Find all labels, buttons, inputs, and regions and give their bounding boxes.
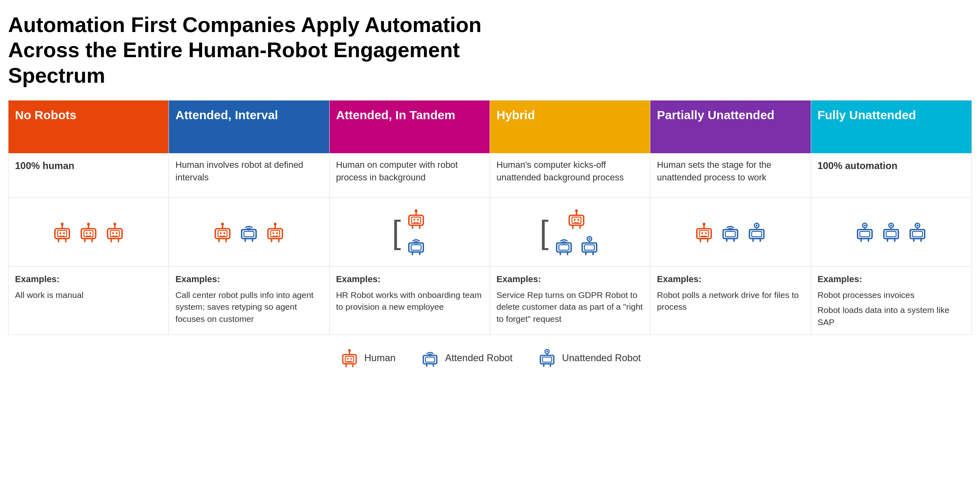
col-fully-unattended: Fully Unattended 100% automation Example…	[811, 101, 971, 334]
header-attended-interval: Attended, Interval	[169, 101, 329, 153]
legend: Human Attended Robot Unattended Robot	[8, 347, 972, 369]
icons-attended-tandem: [	[330, 198, 490, 267]
human-icon-3	[104, 221, 126, 244]
desc-attended-tandem: Human on computer with robot process in …	[330, 153, 490, 198]
desc-no-robots: 100% human	[9, 153, 168, 198]
human-icon-5	[264, 221, 286, 244]
attended-icon-1	[238, 221, 260, 244]
examples-text-attended-tandem: HR Robot works with onboarding team to p…	[336, 290, 482, 311]
unattended-icon-3	[854, 221, 876, 244]
examples-text-fully-unattended: Robot processes invoices Robot loads dat…	[818, 289, 965, 328]
col-no-robots: No Robots 100% human Examples: All work …	[9, 101, 169, 334]
col-hybrid: Hybrid Human's computer kicks-off unatte…	[490, 101, 650, 334]
header-no-robots: No Robots	[9, 101, 168, 153]
header-attended-tandem: Attended, In Tandem	[330, 101, 490, 153]
human-icon-4	[211, 221, 234, 244]
examples-text-partially-unattended: Robot polls a network drive for files to…	[657, 290, 799, 311]
desc-attended-interval: Human involves robot at defined interval…	[169, 153, 329, 198]
human-icon-1	[51, 221, 73, 244]
attended-icon-3	[553, 234, 575, 257]
examples-hybrid: Examples: Service Rep turns on GDPR Robo…	[490, 267, 650, 334]
open-bracket-2: [	[540, 216, 549, 248]
col-attended-tandem: Attended, In Tandem Human on computer wi…	[330, 101, 490, 334]
col-attended-interval: Attended, Interval Human involves robot …	[169, 101, 329, 334]
examples-attended-tandem: Examples: HR Robot works with onboarding…	[330, 267, 490, 334]
header-fully-unattended: Fully Unattended	[811, 101, 971, 153]
unattended-icon-5	[906, 221, 929, 244]
legend-unattended-icon	[537, 347, 557, 369]
icons-hybrid: [	[490, 198, 650, 267]
col-partially-unattended: Partially Unattended Human sets the stag…	[650, 101, 811, 334]
examples-partially-unattended: Examples: Robot polls a network drive fo…	[650, 267, 810, 334]
human-icon-6	[405, 207, 427, 231]
desc-hybrid: Human's computer kicks-off unattended ba…	[490, 153, 650, 198]
unattended-icon-4	[880, 221, 902, 244]
examples-label-no-robots: Examples:	[15, 273, 162, 286]
open-bracket-1: [	[392, 216, 401, 248]
header-hybrid: Hybrid	[490, 101, 650, 153]
examples-attended-interval: Examples: Call center robot pulls info i…	[169, 267, 329, 334]
legend-human-label: Human	[364, 352, 396, 364]
examples-no-robots: Examples: All work is manual	[9, 267, 168, 334]
examples-text-no-robots: All work is manual	[15, 290, 83, 300]
examples-label-fully-unattended: Examples:	[818, 273, 965, 286]
legend-human: Human	[339, 347, 396, 369]
header-partially-unattended: Partially Unattended	[650, 101, 810, 153]
desc-partially-unattended: Human sets the stage for the unattended …	[650, 153, 810, 198]
icons-attended-interval	[169, 198, 329, 267]
legend-human-icon	[339, 347, 360, 369]
examples-label-attended-tandem: Examples:	[336, 273, 483, 286]
human-icon-8	[693, 221, 715, 244]
human-icon-7	[565, 207, 588, 231]
examples-fully-unattended: Examples: Robot processes invoices Robot…	[811, 267, 971, 334]
legend-attended-icon	[420, 347, 440, 369]
unattended-icon-1	[578, 234, 601, 257]
icons-fully-unattended	[811, 198, 971, 267]
unattended-icon-2	[746, 221, 768, 244]
examples-label-partially-unattended: Examples:	[657, 273, 804, 286]
legend-unattended: Unattended Robot	[537, 347, 641, 369]
icons-no-robots	[9, 198, 168, 267]
examples-label-attended-interval: Examples:	[175, 273, 322, 286]
examples-text-hybrid: Service Rep turns on GDPR Robot to delet…	[496, 290, 643, 323]
spectrum-grid: No Robots 100% human Examples: All work …	[8, 100, 972, 335]
legend-attended-label: Attended Robot	[445, 352, 513, 364]
examples-text-attended-interval: Call center robot pulls info into agent …	[175, 290, 313, 323]
human-icon-2	[77, 221, 100, 244]
desc-fully-unattended: 100% automation	[811, 153, 971, 198]
legend-attended: Attended Robot	[420, 347, 513, 369]
attended-icon-4	[719, 221, 741, 244]
icons-partially-unattended	[650, 198, 810, 267]
examples-label-hybrid: Examples:	[496, 273, 643, 286]
legend-unattended-label: Unattended Robot	[562, 352, 641, 364]
attended-icon-2	[405, 234, 427, 257]
page-title: Automation First Companies Apply Automat…	[8, 12, 494, 88]
